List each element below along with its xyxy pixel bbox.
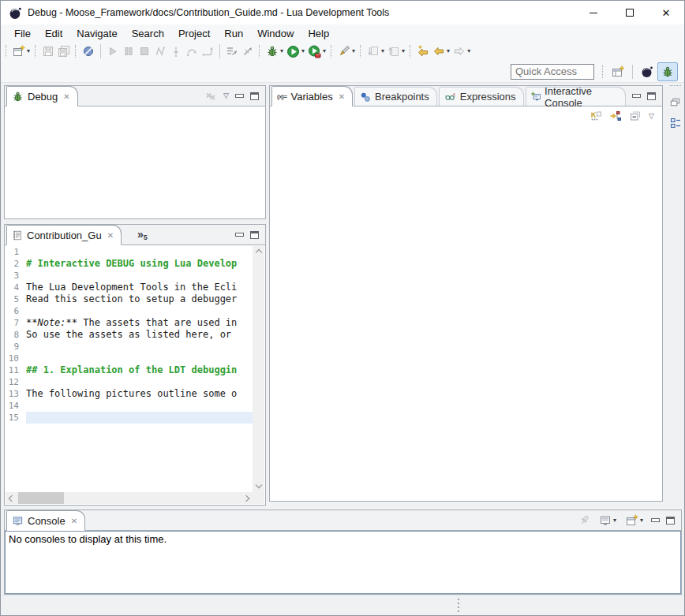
line-text[interactable]	[26, 246, 253, 258]
editor-line[interactable]: 6	[6, 305, 253, 317]
toolbar-grip[interactable]	[360, 45, 362, 58]
line-text[interactable]: Read this section to setup a debugger	[26, 293, 253, 305]
forward-button[interactable]: ▾	[451, 43, 472, 60]
line-text[interactable]	[26, 353, 253, 364]
editor-horizontal-scrollbar[interactable]	[6, 492, 253, 504]
minimize-window-button[interactable]	[575, 1, 612, 24]
restore-view-stack-button[interactable]	[667, 93, 684, 110]
trim-grip[interactable]	[670, 85, 681, 88]
collapse-all-icon[interactable]	[629, 110, 642, 122]
dropdown-icon[interactable]: ▾	[301, 48, 305, 54]
scrollbar-thumb[interactable]	[18, 492, 64, 504]
scroll-left-icon[interactable]	[9, 495, 15, 501]
maximize-window-button[interactable]	[612, 1, 648, 24]
terminate-button[interactable]	[137, 43, 152, 60]
tab-interactive-console[interactable]: Interactive Console	[526, 87, 626, 106]
back-button[interactable]: ▾	[431, 43, 451, 60]
close-window-button[interactable]: ✕	[648, 1, 684, 24]
line-text[interactable]	[26, 412, 253, 424]
coverage-button[interactable]: ▾	[306, 43, 328, 60]
view-menu-icon[interactable]: ▽	[223, 92, 229, 99]
dropdown-icon[interactable]: ▾	[323, 48, 326, 54]
menu-file[interactable]: File	[7, 26, 38, 41]
pin-console-icon[interactable]	[578, 514, 591, 527]
menu-window[interactable]: Window	[250, 26, 301, 41]
close-tab-icon[interactable]: ✕	[71, 517, 77, 525]
line-text[interactable]: # Interactive DEBUG using Lua Develop	[26, 258, 253, 270]
quick-access-input[interactable]	[511, 64, 594, 80]
tab-variables[interactable]: (x)= Variables ✕	[271, 86, 353, 106]
use-step-filters-button[interactable]	[224, 43, 240, 60]
editor-line[interactable]: 12	[6, 376, 253, 388]
run-button[interactable]: ▾	[285, 43, 306, 60]
skip-all-breakpoints-button[interactable]	[80, 43, 96, 60]
last-edit-location-button[interactable]	[415, 43, 431, 60]
save-all-button[interactable]	[56, 43, 72, 60]
close-tab-icon[interactable]: ✕	[107, 231, 114, 240]
view-menu-icon[interactable]: ▽	[649, 113, 654, 120]
line-text[interactable]	[26, 270, 253, 282]
maximize-view-icon[interactable]	[647, 92, 656, 100]
menu-run[interactable]: Run	[217, 26, 250, 41]
drop-to-frame-button[interactable]	[240, 43, 256, 60]
tab-expressions[interactable]: x Expressions	[439, 87, 524, 106]
menu-navigate[interactable]: Navigate	[69, 26, 124, 41]
editor-line[interactable]: 8So use the assets as listed here, or	[6, 329, 253, 341]
dropdown-icon[interactable]: ▾	[352, 48, 355, 54]
toolbar-grip[interactable]	[410, 45, 412, 58]
step-return-button[interactable]	[200, 43, 215, 60]
scroll-down-icon[interactable]	[255, 482, 261, 488]
scroll-right-icon[interactable]	[243, 495, 249, 501]
maximize-view-icon[interactable]	[250, 231, 259, 239]
maximize-view-icon[interactable]	[250, 92, 259, 100]
remove-all-terminated-icon[interactable]	[204, 90, 217, 103]
menu-search[interactable]: Search	[125, 26, 171, 41]
editor-line[interactable]: 11## 1. Explanation of the LDT debuggin	[6, 364, 253, 376]
dropdown-icon[interactable]: ▾	[381, 48, 384, 54]
dropdown-icon[interactable]: ▾	[402, 48, 405, 54]
tab-breakpoints[interactable]: Breakpoints	[354, 87, 437, 106]
dropdown-icon[interactable]: ▾	[613, 517, 616, 524]
line-text[interactable]	[26, 376, 253, 388]
dropdown-icon[interactable]: ▾	[640, 517, 643, 524]
display-selected-console-button[interactable]: ▾	[597, 512, 618, 529]
editor-line[interactable]: 7**Note:** The assets that are used in	[6, 317, 253, 329]
editor-line[interactable]: 10	[6, 353, 253, 364]
minimize-view-icon[interactable]	[632, 94, 641, 98]
menu-edit[interactable]: Edit	[38, 26, 69, 41]
show-logical-structures-icon[interactable]	[609, 110, 622, 122]
step-over-button[interactable]	[184, 43, 200, 60]
editor-lines[interactable]: 12# Interactive DEBUG using Lua Develop3…	[6, 246, 253, 491]
line-text[interactable]: So use the assets as listed here, or	[26, 329, 253, 341]
line-text[interactable]: The following pictures outline some o	[26, 388, 253, 400]
lua-perspective-button[interactable]	[637, 62, 657, 81]
hidden-editors-chevron[interactable]: »5	[137, 228, 148, 241]
debug-perspective-button[interactable]	[657, 62, 678, 81]
outline-view-button[interactable]	[667, 114, 684, 132]
new-wizard-button[interactable]: ▾	[11, 43, 32, 60]
editor-line[interactable]: 9	[6, 341, 253, 353]
tab-contribution-guide[interactable]: Contribution_Gu ✕	[6, 225, 122, 245]
toolbar-grip[interactable]	[259, 45, 261, 58]
pause-button[interactable]	[121, 43, 137, 60]
trim-drag-handle[interactable]	[458, 599, 459, 612]
line-text[interactable]	[26, 341, 253, 353]
maximize-view-icon[interactable]	[666, 517, 675, 525]
next-annotation-button[interactable]: ▾	[365, 43, 386, 60]
line-text[interactable]: **Note:** The assets that are used in	[26, 317, 253, 329]
open-console-button[interactable]: ▾	[624, 512, 645, 529]
mark-occurrences-button[interactable]: ▾	[336, 43, 357, 60]
editor-line[interactable]: 5Read this section to setup a debugger	[6, 293, 253, 305]
editor-line[interactable]: 2# Interactive DEBUG using Lua Develop	[6, 258, 253, 270]
save-button[interactable]	[40, 43, 56, 60]
toolbar-grip[interactable]	[75, 45, 77, 58]
previous-annotation-button[interactable]: ▾	[386, 43, 406, 60]
editor-line[interactable]: 3	[6, 270, 253, 282]
tab-debug[interactable]: Debug ✕	[6, 86, 78, 106]
toolbar-grip[interactable]	[331, 45, 333, 58]
line-text[interactable]: ## 1. Explanation of the LDT debuggin	[26, 364, 253, 376]
menu-help[interactable]: Help	[301, 26, 336, 41]
minimize-view-icon[interactable]	[235, 233, 244, 237]
editor-line[interactable]: 13The following pictures outline some o	[6, 388, 253, 400]
dropdown-icon[interactable]: ▾	[280, 48, 283, 54]
